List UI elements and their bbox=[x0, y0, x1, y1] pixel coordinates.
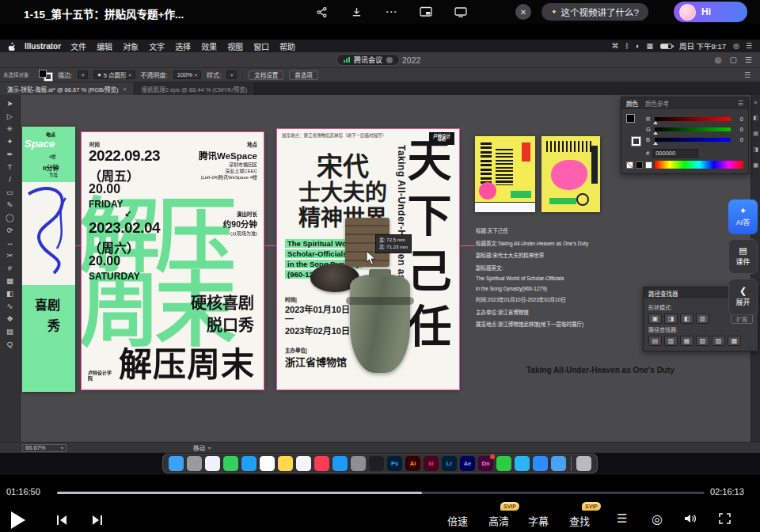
shape-mode-button[interactable]: ▥ bbox=[696, 314, 709, 324]
titlebar-icon[interactable]: ☰ bbox=[745, 55, 752, 64]
pathfinder-button[interactable]: ▦ bbox=[680, 336, 694, 346]
fullscreen-icon[interactable] bbox=[719, 513, 731, 527]
playlist-icon[interactable]: ☰ bbox=[617, 511, 627, 526]
playback-speed-button[interactable]: 倍速 bbox=[447, 513, 468, 528]
dock-icon-wechat[interactable] bbox=[496, 456, 511, 471]
ai-answer-button[interactable]: ✦ AI答 bbox=[728, 200, 758, 234]
dock-icon-aftereffects[interactable]: Ae bbox=[460, 456, 475, 471]
document-setup-button[interactable]: 文档设置 bbox=[249, 70, 283, 80]
tool-icon[interactable]: ▤ bbox=[1, 325, 20, 337]
menu-item[interactable]: 效果 bbox=[201, 40, 217, 52]
stroke-swatch[interactable] bbox=[632, 137, 640, 146]
apple-icon[interactable] bbox=[8, 42, 15, 51]
cast-icon[interactable] bbox=[454, 6, 467, 18]
shape-mode-button[interactable]: ◨ bbox=[664, 314, 678, 324]
dock-icon-notes[interactable] bbox=[278, 456, 293, 471]
titlebar-icon[interactable]: ▢ bbox=[730, 55, 737, 64]
dock-icon-calendar[interactable] bbox=[296, 456, 311, 471]
dock-icon-safari[interactable] bbox=[205, 456, 220, 471]
pathfinder-button[interactable]: ▩ bbox=[728, 336, 741, 346]
tool-icon[interactable]: ➤ bbox=[1, 97, 20, 109]
white-swatch[interactable] bbox=[645, 162, 652, 169]
fill-swatch[interactable] bbox=[626, 114, 635, 123]
dock-icon-terminal[interactable] bbox=[369, 456, 384, 471]
tab-background-document[interactable]: 报纸肌理2.eps @ 88.44 % (CMYK/预览) bbox=[135, 82, 255, 95]
fill-stroke-swatch[interactable] bbox=[626, 114, 640, 146]
tool-icon[interactable]: ✦ bbox=[1, 135, 20, 147]
pathfinder-button[interactable]: ▧ bbox=[696, 336, 709, 346]
tab-close-icon[interactable]: × bbox=[124, 86, 127, 92]
zoom-level-dropdown[interactable]: 66.67% ▾ bbox=[22, 444, 66, 452]
quality-button[interactable]: 高清 bbox=[488, 513, 509, 528]
dock-icon-tencent-meeting[interactable] bbox=[533, 456, 548, 471]
panel-dock-icon[interactable]: ▤ bbox=[753, 131, 758, 137]
progress-bar[interactable] bbox=[57, 492, 705, 494]
ask-video-button[interactable]: ✦ 这个视频讲了什么? bbox=[542, 3, 648, 21]
g-slider[interactable] bbox=[655, 127, 731, 131]
tool-icon[interactable]: ❖ bbox=[1, 312, 20, 325]
dock-icon-trash[interactable] bbox=[576, 456, 591, 471]
status-icon[interactable]: ᛒ bbox=[625, 42, 629, 50]
panel-menu-icon[interactable]: ☰ bbox=[738, 100, 743, 107]
volume-icon[interactable] bbox=[683, 513, 697, 527]
dock-icon-launchpad[interactable] bbox=[187, 456, 202, 471]
panel-dock-icon[interactable]: ◧ bbox=[753, 115, 758, 121]
shape-mode-button[interactable]: ▣ bbox=[648, 314, 662, 324]
preferences-button[interactable]: 首选项 bbox=[289, 70, 318, 80]
menu-item[interactable]: 选择 bbox=[175, 40, 191, 52]
menu-item[interactable]: 对象 bbox=[123, 40, 139, 52]
menubar-extra-icon[interactable]: ◎ bbox=[733, 42, 739, 50]
dock-icon-music[interactable] bbox=[314, 456, 329, 471]
hex-value-field[interactable]: 000000 bbox=[652, 149, 698, 158]
tool-icon[interactable]: ✒ bbox=[1, 147, 20, 160]
menu-item[interactable]: 文字 bbox=[149, 40, 165, 52]
expand-panel-button[interactable]: ❮ 展开 bbox=[728, 279, 758, 315]
dock-icon-photoshop[interactable]: Ps bbox=[387, 456, 402, 471]
fill-stroke-swatch[interactable] bbox=[39, 70, 52, 81]
status-icon[interactable]: ⌘ bbox=[612, 42, 619, 50]
menubar-app-name[interactable]: Illustrator bbox=[25, 42, 61, 51]
titlebar-icon[interactable]: ◎ bbox=[715, 55, 722, 64]
none-swatch[interactable] bbox=[626, 162, 633, 169]
menubar-extra-icon[interactable]: ☰ bbox=[746, 42, 752, 50]
slider-knob[interactable] bbox=[653, 131, 658, 135]
pathfinder-button[interactable]: ▥ bbox=[664, 336, 678, 346]
more-icon[interactable]: ⋯ bbox=[385, 6, 397, 18]
subtitles-button[interactable]: 字幕 bbox=[528, 513, 549, 528]
current-tool-dropdown[interactable]: 移动 ▾ bbox=[193, 443, 211, 452]
style-dropdown[interactable]: ▾ bbox=[226, 70, 237, 79]
tool-icon[interactable]: ◧ bbox=[1, 287, 20, 299]
panel-dock-icon[interactable]: ◨ bbox=[753, 146, 758, 153]
dock-icon-indesign[interactable]: Id bbox=[424, 456, 439, 471]
tool-icon[interactable]: ▭ bbox=[1, 185, 20, 198]
dock-icon-lightroom[interactable]: Lr bbox=[442, 456, 457, 471]
dock-icon-illustrator[interactable]: Ai bbox=[405, 456, 420, 471]
panel-dock-icon[interactable]: ▦ bbox=[753, 162, 758, 169]
status-icon[interactable]: ◐ bbox=[636, 42, 640, 50]
dock-icon-qq[interactable] bbox=[515, 456, 530, 471]
options-menu-icon[interactable]: ☰ bbox=[744, 71, 750, 79]
next-episode-button[interactable] bbox=[90, 514, 104, 530]
tool-icon[interactable]: # bbox=[1, 261, 20, 274]
previous-episode-button[interactable] bbox=[55, 514, 69, 530]
tool-icon[interactable]: ◯ bbox=[1, 211, 20, 223]
find-button[interactable]: 查找 bbox=[569, 513, 590, 528]
dock-icon-mail[interactable] bbox=[241, 456, 256, 471]
poster-left-partial[interactable]: 地点 Space 4楼 0分钟 为准 喜剧 秀 bbox=[22, 127, 75, 392]
dock-icon-photos[interactable] bbox=[260, 456, 275, 471]
black-swatch[interactable] bbox=[636, 162, 643, 169]
assistant-pill[interactable]: Hi bbox=[674, 2, 747, 22]
fill-swatch[interactable] bbox=[39, 70, 47, 78]
tool-icon[interactable]: ✳ bbox=[1, 122, 20, 135]
slider-knob[interactable] bbox=[653, 121, 658, 124]
dock-icon-settings[interactable] bbox=[351, 456, 366, 471]
r-slider[interactable] bbox=[655, 117, 731, 121]
color-spectrum-bar[interactable] bbox=[655, 161, 743, 169]
tool-icon[interactable]: ✎ bbox=[1, 198, 20, 211]
play-button[interactable] bbox=[11, 511, 25, 529]
dock-icon-dimension[interactable]: Dn bbox=[478, 456, 493, 471]
menu-item[interactable]: 编辑 bbox=[97, 40, 112, 52]
b-slider[interactable] bbox=[655, 138, 731, 142]
menu-item[interactable]: 视图 bbox=[227, 40, 243, 52]
tab-color[interactable]: 颜色 bbox=[626, 99, 638, 108]
